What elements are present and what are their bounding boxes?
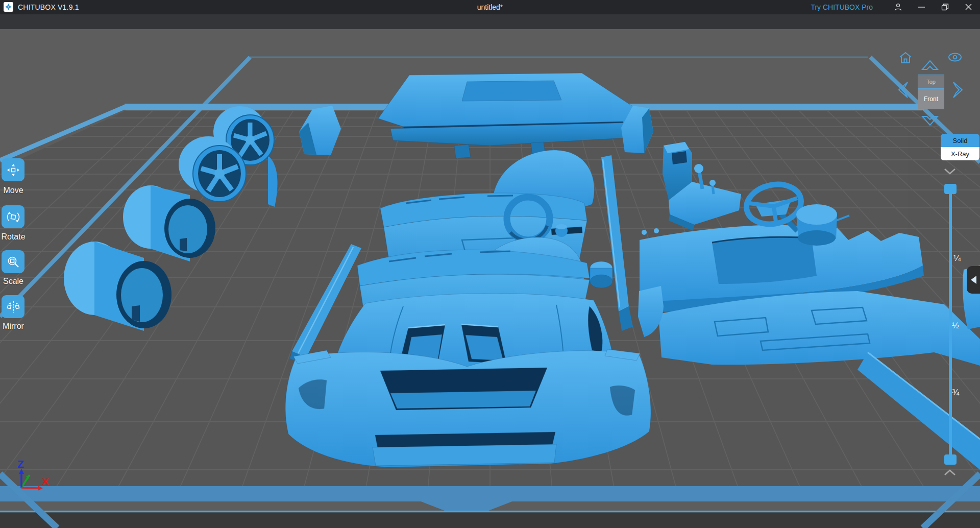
tool-rotate-label: Rotate — [0, 232, 30, 242]
tool-move-label: Move — [0, 186, 30, 195]
model-front-bumper[interactable] — [285, 349, 651, 467]
perspective-eye-icon[interactable] — [947, 52, 963, 64]
tool-move-button[interactable] — [2, 158, 24, 181]
app-title: CHITUBOX V1.9.1 — [18, 3, 79, 11]
title-bar: CHITUBOX V1.9.1 untitled* Try CHITUBOX P… — [0, 0, 980, 14]
triangle-left-icon — [971, 276, 976, 284]
view-cube-front-face[interactable]: Front — [918, 89, 944, 109]
rotate-left-icon[interactable] — [896, 81, 911, 101]
account-icon[interactable] — [886, 0, 910, 14]
view-cube[interactable]: Top Front — [918, 75, 944, 109]
restore-button[interactable] — [933, 0, 957, 14]
tool-scale-label: Scale — [0, 277, 30, 286]
chevron-down-icon[interactable] — [943, 167, 957, 177]
close-button[interactable] — [957, 0, 980, 14]
axis-x-label: X — [42, 475, 49, 487]
axis-z-label: Z — [17, 458, 24, 470]
slider-mark-three-quarter: ¾ — [952, 388, 959, 398]
slider-mark-half: ½ — [952, 321, 959, 331]
chevron-up-icon[interactable] — [943, 469, 957, 478]
tool-scale-button[interactable] — [2, 250, 24, 273]
render-mode-xray-button[interactable]: X-Ray — [941, 147, 979, 160]
panel-expand-tab[interactable] — [967, 266, 980, 294]
viewport-3d[interactable]: Z X — [0, 29, 980, 528]
rotate-right-icon[interactable] — [950, 81, 965, 101]
layer-slider-handle-bottom[interactable] — [944, 454, 957, 465]
tool-mirror-label: Mirror — [0, 322, 30, 331]
layer-slider-handle-top[interactable] — [944, 184, 957, 194]
minimize-button[interactable] — [910, 0, 933, 14]
tool-rotate-button[interactable] — [2, 205, 24, 228]
home-view-icon[interactable] — [898, 51, 913, 66]
render-mode-solid-button[interactable]: Solid — [941, 134, 979, 147]
slider-mark-quarter: ¼ — [953, 253, 961, 263]
tool-mirror-button[interactable] — [2, 295, 24, 318]
try-pro-link[interactable]: Try CHITUBOX Pro — [811, 3, 873, 11]
app-logo-icon — [4, 2, 13, 12]
toolbar — [0, 14, 980, 29]
rotate-up-icon[interactable] — [921, 59, 939, 75]
rotate-down-icon[interactable] — [921, 113, 939, 129]
view-cube-top-face[interactable]: Top — [918, 75, 944, 89]
